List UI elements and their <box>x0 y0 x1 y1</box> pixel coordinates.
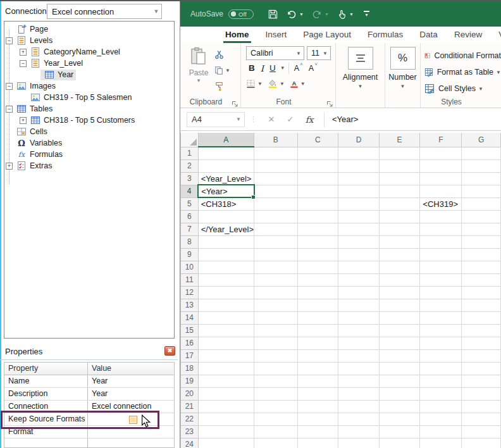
cell-c21[interactable] <box>297 400 338 413</box>
row-header-21[interactable]: 21 <box>181 400 199 413</box>
cell-e1[interactable] <box>379 147 420 159</box>
cell-c12[interactable] <box>297 286 338 299</box>
cell-d10[interactable] <box>338 261 380 273</box>
cell-c19[interactable] <box>297 375 338 387</box>
tab-view[interactable]: View <box>490 30 501 43</box>
row-header-2[interactable]: 2 <box>181 159 199 172</box>
cell-a8[interactable] <box>198 235 254 248</box>
row-header-16[interactable]: 16 <box>181 337 199 349</box>
cell-b7[interactable] <box>254 223 298 235</box>
cell-c5[interactable] <box>297 197 338 210</box>
number-group[interactable]: % Number ▼ <box>385 43 421 108</box>
cell-d13[interactable] <box>338 299 380 311</box>
cell-g17[interactable] <box>462 349 501 362</box>
cell-c23[interactable] <box>297 425 338 438</box>
borders-dropdown-arrow[interactable]: ▼ <box>257 81 263 87</box>
cell-c6[interactable] <box>297 210 338 223</box>
property-value[interactable]: Year <box>88 388 174 400</box>
font-color-button[interactable]: A ▼ <box>290 79 306 89</box>
cell-g5[interactable] <box>462 197 501 210</box>
tree-item-images[interactable]: −Images <box>4 80 174 92</box>
tab-review[interactable]: Review <box>446 30 490 43</box>
font-size-combo[interactable]: 11 ▼ <box>307 46 331 60</box>
enter-button[interactable]: ✓ <box>281 115 300 124</box>
name-box[interactable]: A4 ▼ <box>187 112 245 127</box>
property-row-connection[interactable]: ConnectionExcel connection <box>4 401 174 413</box>
cell-g23[interactable] <box>462 425 501 438</box>
row-header-13[interactable]: 13 <box>181 299 199 311</box>
cell-g13[interactable] <box>462 299 501 311</box>
cell-g4[interactable] <box>462 185 501 197</box>
cell-g22[interactable] <box>462 413 501 425</box>
cancel-button[interactable]: ✕ <box>262 115 281 124</box>
cell-e4[interactable] <box>379 185 420 197</box>
expand-icon[interactable]: + <box>20 117 27 124</box>
redo-dropdown-arrow[interactable]: ▼ <box>325 12 329 16</box>
cell-b21[interactable] <box>254 400 298 413</box>
tree-item-ch318-top-5-customers[interactable]: +CH318 - Top 5 Customers <box>4 115 174 126</box>
cell-f3[interactable] <box>420 172 462 185</box>
formula-input[interactable]: <Year> <box>327 115 358 124</box>
cell-f1[interactable] <box>420 147 462 159</box>
tree-item-levels[interactable]: −Levels <box>4 35 174 46</box>
cell-e7[interactable] <box>379 223 420 235</box>
cell-f24[interactable] <box>420 438 462 448</box>
tree-node-content[interactable]: CH318 - Top 5 Customers <box>27 115 137 126</box>
row-header-7[interactable]: 7 <box>181 223 199 235</box>
cell-d5[interactable] <box>338 197 380 210</box>
cell-g24[interactable] <box>462 438 501 448</box>
cell-f23[interactable] <box>420 425 462 438</box>
copy-button[interactable]: ▼ <box>214 63 230 78</box>
property-row-format[interactable]: Format <box>4 426 174 439</box>
alignment-button[interactable] <box>348 47 373 70</box>
cell-e22[interactable] <box>379 413 420 425</box>
tree-node-content[interactable]: Cells <box>13 127 50 137</box>
cell-c9[interactable] <box>297 248 338 261</box>
tree-item-year[interactable]: Year <box>4 69 174 80</box>
cell-c16[interactable] <box>297 337 338 349</box>
cell-c24[interactable] <box>297 438 338 448</box>
cell-c2[interactable] <box>297 159 338 172</box>
cell-e14[interactable] <box>379 311 420 324</box>
cell-c17[interactable] <box>297 349 338 362</box>
cell-c18[interactable] <box>297 362 338 375</box>
cell-f8[interactable] <box>420 235 462 248</box>
touch-mode-button[interactable]: ▼ <box>337 9 354 20</box>
row-header-12[interactable]: 12 <box>181 286 199 299</box>
cell-d16[interactable] <box>338 337 380 349</box>
property-value[interactable] <box>88 413 174 425</box>
cell-e21[interactable] <box>379 400 420 413</box>
cell-c15[interactable] <box>297 324 338 337</box>
cell-e3[interactable] <box>379 172 420 185</box>
row-header-19[interactable]: 19 <box>181 375 199 387</box>
row-header-8[interactable]: 8 <box>181 235 199 248</box>
cell-g19[interactable] <box>462 375 501 387</box>
keep-source-formats-checkbox[interactable] <box>129 416 137 424</box>
tree-node-content[interactable]: ΩVariables <box>13 138 65 149</box>
cell-d11[interactable] <box>338 273 380 286</box>
collapse-icon[interactable]: − <box>6 106 13 113</box>
row-header-23[interactable]: 23 <box>181 425 199 438</box>
property-value[interactable]: Year <box>88 375 174 387</box>
cell-g21[interactable] <box>462 400 501 413</box>
cell-c20[interactable] <box>297 387 338 400</box>
cell-b17[interactable] <box>254 349 298 362</box>
cell-e20[interactable] <box>379 387 420 400</box>
tree-node-content[interactable]: CH319 - Top 5 Salesmen <box>27 92 134 103</box>
cell-d4[interactable] <box>338 185 380 197</box>
tree-node-content[interactable]: CategoryName_Level <box>27 47 123 58</box>
cell-e9[interactable] <box>379 248 420 261</box>
cell-a12[interactable] <box>198 286 254 299</box>
row-header-3[interactable]: 3 <box>181 172 199 185</box>
cell-f10[interactable] <box>420 261 462 273</box>
cell-g16[interactable] <box>462 337 501 349</box>
cell-a16[interactable] <box>198 337 254 349</box>
tree-item-year-level[interactable]: −Year_Level <box>4 58 174 69</box>
property-row-name[interactable]: NameYear <box>4 375 174 388</box>
row-header-10[interactable]: 10 <box>181 261 199 273</box>
tab-formulas[interactable]: Formulas <box>359 30 411 43</box>
undo-dropdown-arrow[interactable]: ▼ <box>299 12 304 16</box>
cell-b19[interactable] <box>254 375 298 387</box>
cell-c10[interactable] <box>297 261 338 273</box>
cell-b6[interactable] <box>254 210 298 223</box>
